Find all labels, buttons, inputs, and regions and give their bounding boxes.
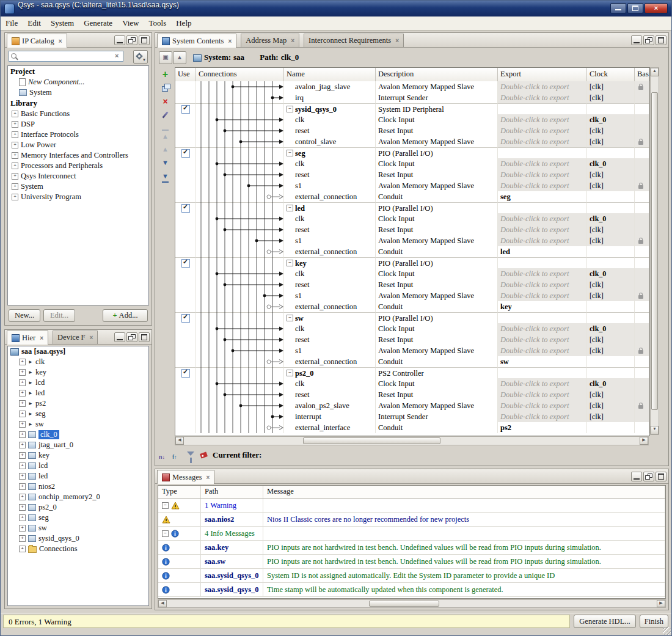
hier-item-lcd[interactable]: +►lcd (8, 378, 148, 388)
collapse-icon[interactable]: − (287, 205, 293, 211)
column-header-connections[interactable]: Connections (196, 68, 284, 81)
collapse-icon[interactable]: − (162, 502, 169, 509)
expand-icon[interactable]: + (19, 421, 26, 428)
filter-tag-icon[interactable] (199, 450, 209, 460)
export-cell[interactable]: Double-click to export (498, 323, 587, 334)
scroll-down-icon[interactable]: ▼ (651, 426, 659, 434)
use-checkbox[interactable]: ✓ (181, 204, 190, 213)
collapse-icon[interactable]: − (287, 315, 293, 321)
close-tab-icon[interactable]: × (395, 37, 399, 44)
export-cell[interactable]: Double-click to export (498, 169, 587, 180)
float-panel-button[interactable] (643, 35, 654, 45)
ip-library-item[interactable]: +Basic Functions (8, 109, 148, 119)
message-row[interactable]: saa.sysid_qsys_0System ID is not assigne… (158, 569, 665, 583)
clock-cell[interactable]: [clk] (587, 290, 635, 301)
clock-cell[interactable] (587, 257, 635, 268)
clock-cell[interactable]: [clk] (587, 389, 635, 400)
hier-item-key[interactable]: +►key (8, 367, 148, 378)
hier-item-led[interactable]: +led (8, 471, 148, 481)
hier-item-ps2_0[interactable]: +ps2_0 (8, 502, 148, 513)
ip-library-item[interactable]: +University Program (8, 192, 148, 202)
message-column-message[interactable]: Message (263, 486, 665, 498)
hier-item-ps2[interactable]: +►ps2 (8, 398, 148, 409)
export-cell[interactable]: Double-click to export (498, 389, 587, 400)
hier-item-clk_0[interactable]: +clk_0 (8, 429, 148, 440)
clock-cell[interactable]: [clk] (587, 136, 635, 147)
expand-icon[interactable]: + (19, 442, 26, 448)
scroll-left-icon[interactable]: ◀ (158, 600, 167, 607)
expand-icon[interactable]: + (19, 483, 26, 490)
table-row[interactable]: s1Avalon Memory Mapped SlaveDouble-click… (175, 345, 649, 356)
table-row[interactable]: control_slaveAvalon Memory Mapped SlaveD… (175, 136, 649, 147)
expand-icon[interactable]: + (12, 183, 18, 190)
minimize-panel-button[interactable] (631, 472, 642, 481)
table-row[interactable]: avalon_ps2_slaveAvalon Memory Mapped Sla… (175, 400, 649, 411)
menu-item-edit[interactable]: Edit (23, 16, 46, 30)
finish-button[interactable]: Finish (640, 615, 668, 628)
hier-item-sw[interactable]: +sw (8, 523, 148, 533)
collapse-icon[interactable]: − (287, 260, 293, 266)
table-row[interactable]: ✓−ps2_0PS2 Controller (175, 367, 649, 378)
table-row[interactable]: ✓−ledPIO (Parallel I/O) (175, 202, 649, 213)
clock-cell[interactable]: [clk] (587, 334, 635, 345)
ip-project-item[interactable]: New Component... (8, 77, 148, 87)
message-row[interactable]: −1 Warning (158, 499, 665, 513)
export-cell[interactable]: ps2 (498, 422, 587, 433)
table-row[interactable]: external_connectionConduitled (175, 246, 649, 257)
move-bottom-button[interactable]: ▼ (159, 170, 172, 182)
table-row[interactable]: ✓−swPIO (Parallel I/O) (175, 312, 649, 323)
use-checkbox[interactable]: ✓ (181, 105, 190, 114)
expand-icon[interactable]: + (19, 473, 26, 480)
scroll-right-icon[interactable]: ▶ (657, 600, 665, 607)
clock-cell[interactable]: clk_0 (587, 158, 635, 169)
menu-item-generate[interactable]: Generate (79, 16, 117, 30)
export-cell[interactable] (498, 312, 587, 323)
expand-icon[interactable]: + (19, 546, 26, 552)
table-row[interactable]: s1Avalon Memory Mapped SlaveDouble-click… (175, 180, 649, 191)
clock-cell[interactable]: clk_0 (587, 213, 635, 224)
duplicate-button[interactable] (159, 82, 172, 94)
export-cell[interactable]: Double-click to export (498, 114, 587, 125)
tab-system-contents[interactable]: System Contents × (157, 34, 236, 48)
maximize-button[interactable] (627, 3, 643, 13)
scroll-up-icon[interactable]: ▲ (651, 68, 659, 76)
move-up-button[interactable]: ▲ (159, 143, 172, 155)
add-component-button[interactable]: + (159, 68, 172, 81)
hier-item-seg[interactable]: +seg (8, 513, 148, 523)
menu-item-tools[interactable]: Tools (144, 16, 172, 30)
column-header-description[interactable]: Description (376, 68, 498, 81)
use-checkbox[interactable]: ✓ (181, 149, 190, 158)
message-row[interactable]: −4 Info Messages (158, 527, 665, 541)
edit-button[interactable]: Edit... (43, 309, 75, 322)
expand-icon[interactable]: + (19, 379, 26, 386)
menu-item-help[interactable]: Help (171, 16, 196, 30)
clock-cell[interactable]: [clk] (587, 180, 635, 191)
ip-library-item[interactable]: +DSP (8, 119, 148, 130)
clock-cell[interactable] (587, 367, 635, 378)
clock-cell[interactable]: [clk] (587, 92, 635, 103)
generate-hdl-button[interactable]: Generate HDL... (574, 615, 636, 628)
export-cell[interactable]: Double-click to export (498, 290, 587, 301)
float-panel-button[interactable] (643, 472, 654, 481)
table-row[interactable]: resetReset InputDouble-click to export[c… (175, 169, 649, 180)
expand-icon[interactable]: + (19, 535, 26, 542)
clock-cell[interactable]: clk_0 (587, 378, 635, 389)
table-row[interactable]: irqInterrupt SenderDouble-click to expor… (175, 92, 649, 103)
close-tab-icon[interactable]: × (40, 335, 43, 342)
message-row[interactable]: saa.nios2Nios II Classic cores are no lo… (158, 513, 665, 527)
clock-cell[interactable] (587, 356, 635, 367)
export-cell[interactable]: Double-click to export (498, 125, 587, 136)
export-cell[interactable]: Double-click to export (498, 180, 587, 191)
table-row[interactable]: external_connectionConduitseg (175, 191, 649, 202)
message-row[interactable]: saa.keyPIO inputs are not hardwired in t… (158, 541, 665, 555)
menu-item-system[interactable]: System (46, 16, 79, 30)
move-down-button[interactable]: ▼ (159, 156, 172, 169)
name-filter-icon[interactable]: n↓ (159, 450, 169, 460)
hier-item-led[interactable]: +►led (8, 388, 148, 398)
clock-cell[interactable] (587, 422, 635, 433)
expand-icon[interactable]: + (19, 359, 26, 365)
ip-project-item[interactable]: System (8, 87, 148, 98)
export-cell[interactable]: Double-click to export (498, 92, 587, 103)
export-cell[interactable] (498, 257, 587, 268)
table-row[interactable]: clkClock InputDouble-click to exportclk_… (175, 323, 649, 334)
